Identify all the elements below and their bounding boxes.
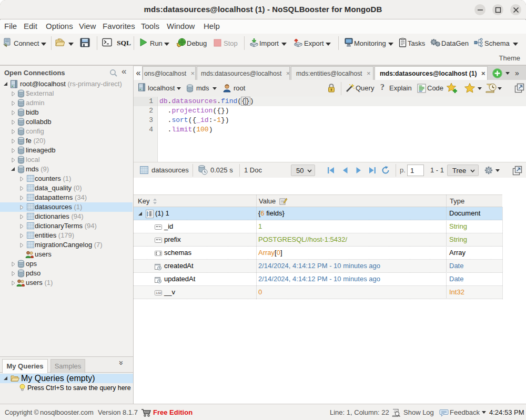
svg-text:132: 132: [156, 291, 161, 294]
